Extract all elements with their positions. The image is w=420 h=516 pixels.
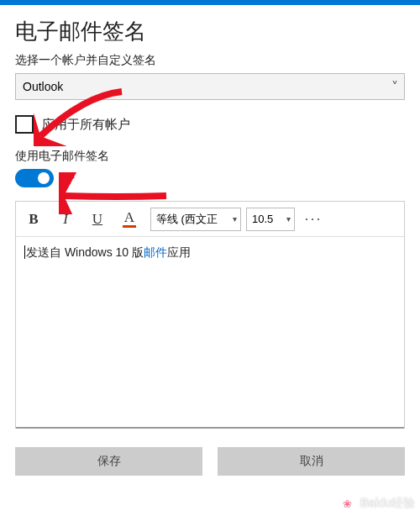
more-options-button[interactable]: ···	[300, 210, 327, 228]
editor-text-pre: 发送自 Windows 10 版	[26, 245, 144, 259]
account-select[interactable]	[15, 73, 405, 100]
underline-button[interactable]: U	[81, 203, 113, 235]
use-signature-label: 使用电子邮件签名	[15, 149, 405, 164]
cancel-button[interactable]: 取消	[218, 447, 405, 476]
text-cursor	[24, 245, 25, 259]
italic-button[interactable]: I	[50, 203, 81, 235]
signature-textarea[interactable]: 发送自 Windows 10 版邮件应用	[16, 237, 404, 429]
editor-text-post: 应用	[167, 245, 191, 259]
font-color-icon: A	[124, 210, 134, 224]
save-button[interactable]: 保存	[15, 447, 202, 476]
editor-toolbar: B I U A ▾ ▾ ···	[16, 202, 404, 237]
account-select-label: 选择一个帐户并自定义签名	[15, 53, 405, 68]
font-size-select[interactable]	[246, 208, 295, 231]
watermark: ❀ Baidu经验	[339, 494, 415, 513]
watermark-logo-icon: ❀	[339, 494, 357, 513]
page-title: 电子邮件签名	[15, 17, 405, 46]
font-family-select[interactable]	[150, 208, 241, 231]
signature-toggle[interactable]	[15, 169, 54, 187]
toggle-knob	[38, 172, 50, 184]
signature-editor: B I U A ▾ ▾ ··· 发送自 Windows 10 版邮件应用	[15, 201, 405, 429]
mail-link[interactable]: 邮件	[144, 245, 167, 259]
bold-button[interactable]: B	[18, 203, 50, 235]
toggle-state-label: 开	[62, 171, 75, 187]
font-color-swatch	[123, 225, 136, 228]
watermark-text: Baidu经验	[360, 496, 415, 511]
font-color-button[interactable]: A	[113, 203, 145, 235]
apply-all-checkbox[interactable]	[15, 115, 34, 134]
apply-all-label: 应用于所有帐户	[42, 117, 130, 133]
